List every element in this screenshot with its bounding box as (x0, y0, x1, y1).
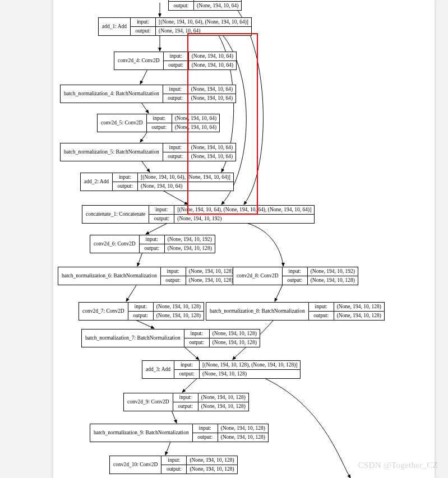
io-label: input: (184, 330, 210, 338)
io-value: (None, 194, 10, 192) (174, 215, 224, 223)
io-label: output: (161, 276, 186, 285)
io-label: input: (173, 393, 198, 402)
node-conv2d-10: conv2d_10: Conv2D input:(None, 194, 10, … (109, 456, 238, 474)
node-name: conv2d_5: Conv2D (98, 114, 147, 132)
io-value: (None, 194, 10, 128) (200, 370, 250, 378)
io-label: output: (184, 338, 210, 347)
io-value: (None, 194, 10, 128) (165, 244, 215, 253)
io-label: input: (147, 114, 172, 123)
io-label: input: (283, 267, 308, 276)
io-label: output: (131, 27, 156, 35)
io-value: (None, 194, 10, 64) (188, 85, 235, 94)
io-label: output: (149, 215, 174, 223)
io-label: input: (164, 52, 189, 61)
node-bn-4: batch_normalization_4: BatchNormalizatio… (60, 85, 236, 103)
io-label: output: (147, 123, 172, 132)
io-label: output: (113, 182, 138, 191)
node-add-1: add_1: Add input: [(None, 194, 10, 64), … (98, 17, 252, 36)
node-name: add_1: Add (99, 18, 131, 35)
io-value: (None, 194, 10, 64) (188, 143, 235, 152)
node-name: conv2d_4: Conv2D (114, 52, 164, 69)
io-label: output: (283, 276, 308, 285)
io-value: (None, 194, 10, 128) (198, 393, 248, 402)
node-name: batch_normalization_6: BatchNormalizatio… (58, 267, 161, 285)
io-value: (None, 194, 10, 64) (189, 52, 236, 61)
io-label: input: (149, 206, 174, 214)
document-page: output: (None, 194, 10, 64) add_1: Add i… (53, 0, 435, 478)
node-name: conv2d_6: Conv2D (90, 235, 140, 253)
node-conv2d-4: conv2d_4: Conv2D input:(None, 194, 10, 6… (114, 52, 237, 70)
io-label: output: (163, 152, 188, 161)
io-value: (None, 194, 10, 128) (186, 267, 236, 276)
stage: output: (None, 194, 10, 64) add_1: Add i… (0, 0, 448, 478)
node-name: add_3: Add (142, 361, 174, 378)
io-value: (None, 194, 10, 128) (218, 424, 268, 433)
io-value: (None, 194, 10, 64) (138, 182, 185, 191)
io-label: input: (128, 303, 154, 311)
node-concatenate-1: concatenate_1: Concatenate input:[(None,… (82, 205, 315, 224)
node-add-3: add_3: Add input:[(None, 194, 10, 128), … (142, 360, 301, 379)
io-value: (None, 194, 10, 128) (198, 402, 248, 411)
io-value: (None, 194, 10, 128) (186, 276, 236, 285)
io-label: input: (161, 456, 187, 465)
io-label: output: (140, 244, 165, 253)
io-label: output: (164, 61, 189, 69)
node-conv2d-9: conv2d_9: Conv2D input:(None, 194, 10, 1… (123, 393, 249, 411)
node-bn-8: batch_normalization_8: BatchNormalizatio… (206, 302, 385, 321)
io-label: input: (193, 424, 218, 433)
io-label: input: (163, 85, 188, 94)
node-name: batch_normalization_9: BatchNormalizatio… (90, 424, 193, 442)
io-value: [(None, 194, 10, 64), (None, 194, 10, 64… (156, 18, 251, 26)
io-value: (None, 194, 10, 128) (218, 433, 268, 442)
node-name: conv2d_10: Conv2D (110, 456, 161, 474)
node-bn-6: batch_normalization_6: BatchNormalizatio… (58, 267, 237, 285)
io-label: input: (161, 267, 186, 276)
io-value: (None, 194, 10, 192) (308, 267, 358, 276)
io-label: input: (131, 18, 156, 26)
io-label: output: (169, 2, 194, 10)
io-value: (None, 194, 10, 64) (194, 2, 241, 10)
node-conv2d-5: conv2d_5: Conv2D input:(None, 194, 10, 6… (97, 114, 220, 132)
node-name: batch_normalization_4: BatchNormalizatio… (61, 85, 163, 103)
io-label: output: (128, 312, 154, 320)
node-name: conv2d_9: Conv2D (124, 393, 173, 411)
io-value: (None, 194, 10, 64) (189, 61, 236, 69)
io-label: input: (309, 303, 334, 311)
io-value: (None, 194, 10, 128) (308, 276, 358, 285)
io-label: output: (193, 433, 218, 442)
node-name: add_2: Add (81, 173, 113, 191)
node-name: batch_normalization_7: BatchNormalizatio… (82, 330, 184, 347)
node-name: concatenate_1: Concatenate (82, 206, 149, 223)
node-bn-9: batch_normalization_9: BatchNormalizatio… (90, 424, 269, 442)
io-label: output: (174, 370, 200, 378)
node-add-2: add_2: Add input:[(None, 194, 10, 64), (… (80, 173, 234, 191)
io-label: output: (161, 465, 187, 474)
io-value: [(None, 194, 10, 64), (None, 194, 10, 64… (138, 173, 233, 182)
io-value: (None, 194, 10, 64) (156, 27, 203, 35)
node-conv2d-6: conv2d_6: Conv2D input:(None, 194, 10, 1… (90, 235, 215, 253)
io-value: (None, 194, 10, 128) (334, 312, 384, 320)
io-value: [(None, 194, 10, 128), (None, 194, 10, 1… (200, 361, 300, 369)
io-label: input: (140, 235, 165, 244)
io-value: (None, 194, 10, 128) (154, 303, 204, 311)
node-conv2d-8: conv2d_8: Conv2D input:(None, 194, 10, 1… (233, 267, 358, 285)
io-value: (None, 194, 10, 64) (172, 123, 219, 132)
io-value: (None, 194, 10, 128) (334, 303, 384, 311)
node-bn-7: batch_normalization_7: BatchNormalizatio… (81, 329, 260, 347)
io-label: input: (163, 143, 188, 152)
io-value: (None, 194, 10, 128) (187, 456, 237, 465)
io-value: (None, 194, 10, 128) (154, 312, 204, 320)
io-label: output: (163, 94, 188, 103)
node-name: conv2d_8: Conv2D (233, 267, 283, 285)
node-name: conv2d_7: Conv2D (79, 303, 128, 320)
io-value: (None, 194, 10, 64) (188, 94, 235, 103)
node-conv2d-7: conv2d_7: Conv2D input:(None, 194, 10, 1… (78, 302, 204, 321)
node-bn-5: batch_normalization_5: BatchNormalizatio… (60, 143, 236, 161)
watermark: CSDN @Together_CZ (358, 461, 438, 470)
io-value: (None, 194, 10, 64) (188, 152, 235, 161)
io-value: [(None, 194, 10, 64), (None, 194, 10, 64… (174, 206, 314, 214)
io-value: (None, 194, 10, 192) (165, 235, 215, 244)
node-partial-top: output: (None, 194, 10, 64) (168, 0, 242, 11)
node-name: batch_normalization_5: BatchNormalizatio… (61, 143, 163, 161)
node-name: batch_normalization_8: BatchNormalizatio… (206, 303, 309, 320)
